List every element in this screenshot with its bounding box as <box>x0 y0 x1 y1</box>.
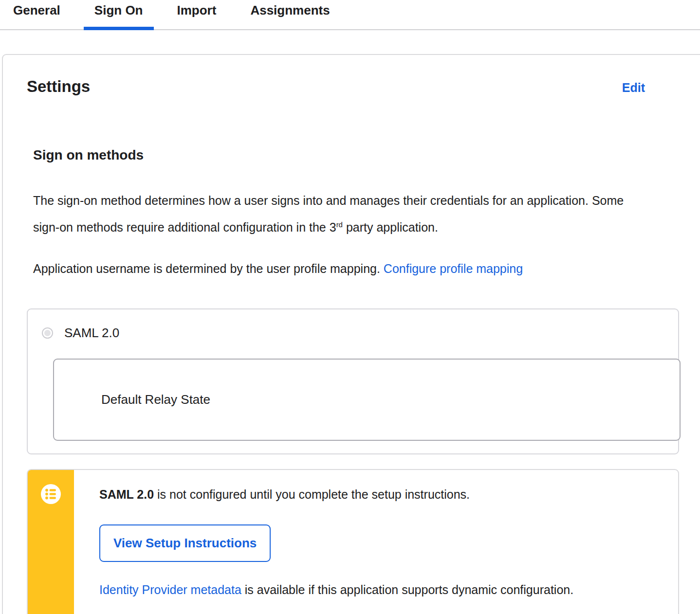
username-text: Application username is determined by th… <box>33 262 384 275</box>
sign-on-method-description: The sign-on method determines how a user… <box>33 189 642 239</box>
sign-on-methods-heading: Sign on methods <box>33 147 657 163</box>
callout-warning-stripe <box>28 470 74 614</box>
tab-import[interactable]: Import <box>166 0 227 29</box>
description-text-end: party application. <box>343 220 438 234</box>
saml-radio-label: SAML 2.0 <box>64 325 119 341</box>
username-mapping-text: Application username is determined by th… <box>33 257 642 281</box>
saml-radio-row: SAML 2.0 <box>42 325 664 341</box>
app-tab-bar: General Sign On Import Assignments <box>0 0 700 30</box>
settings-card-header: Settings Edit <box>27 77 657 96</box>
tab-sign-on[interactable]: Sign On <box>84 0 154 29</box>
default-relay-state-label: Default Relay State <box>101 392 210 407</box>
setup-list-icon <box>41 484 61 504</box>
setup-instructions-callout: SAML 2.0 is not configured until you com… <box>27 469 679 614</box>
settings-card: Settings Edit Sign on methods The sign-o… <box>2 54 700 614</box>
callout-message-text: is not configured until you complete the… <box>154 488 470 501</box>
callout-body: SAML 2.0 is not configured until you com… <box>74 470 678 614</box>
tab-assignments[interactable]: Assignments <box>239 0 340 29</box>
callout-message: SAML 2.0 is not configured until you com… <box>99 487 659 502</box>
view-setup-instructions-button[interactable]: View Setup Instructions <box>99 524 271 562</box>
metadata-suffix-text: is available if this application support… <box>241 583 573 596</box>
edit-link[interactable]: Edit <box>622 81 645 95</box>
default-relay-state-field: Default Relay State <box>53 359 681 441</box>
saml-option-box: SAML 2.0 Default Relay State <box>27 308 679 454</box>
identity-provider-metadata-link[interactable]: Identity Provider metadata <box>99 583 241 596</box>
callout-message-bold: SAML 2.0 <box>99 488 154 501</box>
tab-general[interactable]: General <box>2 0 71 29</box>
callout-footer: Identity Provider metadata is available … <box>99 582 659 597</box>
description-superscript: rd <box>336 220 343 229</box>
saml-radio-button[interactable] <box>42 327 53 339</box>
description-text: The sign-on method determines how a user… <box>33 194 624 234</box>
configure-profile-mapping-link[interactable]: Configure profile mapping <box>384 262 523 275</box>
page-title: Settings <box>27 77 90 96</box>
